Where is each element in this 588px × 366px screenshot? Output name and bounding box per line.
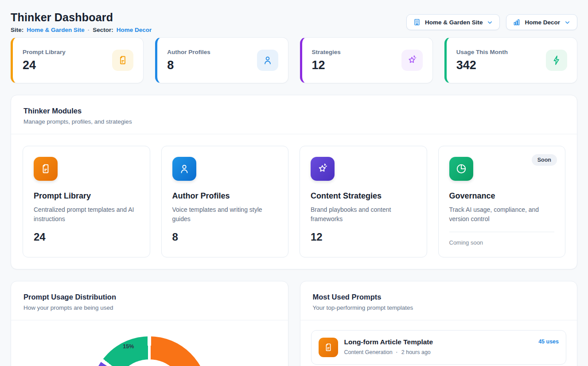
- soon-badge: Soon: [532, 154, 557, 166]
- divider: [449, 232, 555, 232]
- modules-grid: Prompt Library Centralized prompt templa…: [11, 134, 577, 269]
- stat-card-strategies[interactable]: Strategies 12: [300, 37, 433, 83]
- module-count: 24: [34, 231, 139, 243]
- stat-label: Prompt Library: [23, 49, 66, 55]
- bar-chart-icon: [513, 18, 521, 26]
- dot-separator: ·: [396, 349, 398, 355]
- prompts-panel-title: Most Used Prompts: [313, 293, 565, 301]
- prompt-list: Long-form Article Template Content Gener…: [300, 320, 577, 366]
- chevron-down-icon: [487, 19, 493, 26]
- module-description: Track AI usage, compliance, and version …: [449, 205, 555, 224]
- site-selector-label: Home & Garden Site: [425, 19, 483, 26]
- prompt-category: Content Generation: [344, 349, 393, 355]
- page-title: Thinker Dashboard: [11, 11, 152, 24]
- document-icon: [319, 338, 338, 357]
- usage-panel-subtitle: How your prompts are being used: [23, 304, 276, 311]
- donut-slice-label: 15%: [123, 343, 134, 350]
- stat-card-usage[interactable]: Usage This Month 342: [444, 37, 577, 83]
- prompt-title: Long-form Article Template: [344, 338, 533, 346]
- stats-row: Prompt Library 24 Author Profiles 8: [11, 37, 577, 83]
- usage-donut[interactable]: 15%: [91, 336, 208, 366]
- bottom-section: Prompt Usage Distribution How your promp…: [11, 269, 577, 366]
- divider: [11, 320, 288, 320]
- sector-link[interactable]: Home Decor: [117, 27, 152, 33]
- module-description: Centralized prompt templates and AI inst…: [34, 205, 139, 224]
- stat-label: Strategies: [312, 49, 341, 55]
- pie-chart-icon: [449, 157, 473, 181]
- module-card-author-profiles[interactable]: Author Profiles Voice templates and writ…: [161, 146, 289, 257]
- prompts-panel-header: Most Used Prompts Your top-performing pr…: [300, 281, 577, 320]
- usage-distribution-panel: Prompt Usage Distribution How your promp…: [11, 281, 288, 366]
- coming-soon-text: Coming soon: [449, 239, 555, 246]
- document-icon: [112, 50, 133, 71]
- usage-panel-header: Prompt Usage Distribution How your promp…: [11, 281, 288, 320]
- page-header: Thinker Dashboard Site: Home & Garden Si…: [11, 11, 577, 33]
- donut-chart-area: 15%: [11, 336, 288, 366]
- user-icon: [172, 157, 196, 181]
- modules-panel-header: Thinker Modules Manage prompts, profiles…: [11, 95, 577, 134]
- site-label: Site:: [11, 27, 23, 33]
- thinker-modules-panel: Thinker Modules Manage prompts, profiles…: [11, 95, 577, 269]
- module-description: Voice templates and writing style guides: [172, 205, 278, 224]
- site-selector-dropdown[interactable]: Home & Garden Site: [406, 14, 500, 30]
- usage-panel-title: Prompt Usage Distribution: [23, 293, 276, 301]
- module-count: 12: [311, 231, 416, 243]
- module-title: Author Profiles: [172, 191, 278, 201]
- site-link[interactable]: Home & Garden Site: [27, 27, 85, 33]
- prompt-time: 2 hours ago: [401, 349, 431, 355]
- bolt-icon: [546, 50, 567, 71]
- module-card-prompt-library[interactable]: Prompt Library Centralized prompt templa…: [23, 146, 150, 257]
- chevron-down-icon: [564, 19, 571, 26]
- sector-selector-label: Home Decor: [525, 19, 560, 26]
- list-item-prompt[interactable]: Long-form Article Template Content Gener…: [311, 330, 567, 365]
- stat-value: 24: [23, 58, 66, 72]
- stat-card-author-profiles[interactable]: Author Profiles 8: [155, 37, 288, 83]
- module-title: Prompt Library: [34, 191, 139, 201]
- document-icon: [34, 157, 58, 181]
- donut-hole: [114, 359, 185, 366]
- building-icon: [413, 18, 421, 26]
- prompts-panel-subtitle: Your top-performing prompt templates: [313, 304, 565, 311]
- module-count: 8: [172, 231, 278, 243]
- sector-label: Sector:: [93, 27, 113, 33]
- stat-value: 8: [167, 58, 210, 72]
- module-title: Content Strategies: [311, 191, 416, 201]
- stat-card-prompt-library[interactable]: Prompt Library 24: [11, 37, 144, 83]
- star-icon: [401, 50, 423, 71]
- prompt-uses-badge: 45 uses: [538, 339, 559, 345]
- prompt-meta: Content Generation · 2 hours ago: [344, 349, 533, 355]
- most-used-prompts-panel: Most Used Prompts Your top-performing pr…: [300, 281, 578, 366]
- stat-value: 12: [312, 58, 341, 72]
- breadcrumb: Site: Home & Garden Site · Sector: Home …: [11, 27, 152, 33]
- stat-value: 342: [456, 58, 508, 72]
- header-left: Thinker Dashboard Site: Home & Garden Si…: [11, 11, 152, 33]
- modules-subtitle: Manage prompts, profiles, and strategies: [23, 118, 565, 125]
- module-card-content-strategies[interactable]: Content Strategies Brand playbooks and c…: [300, 146, 427, 257]
- stat-label: Usage This Month: [456, 49, 508, 55]
- dot-separator: ·: [88, 27, 90, 33]
- module-description: Brand playbooks and content frameworks: [311, 205, 416, 224]
- header-actions: Home & Garden Site Home Decor: [406, 14, 577, 30]
- stat-label: Author Profiles: [167, 49, 210, 55]
- modules-title: Thinker Modules: [23, 107, 565, 115]
- module-title: Governance: [449, 191, 555, 201]
- sector-selector-dropdown[interactable]: Home Decor: [506, 14, 577, 30]
- module-card-governance[interactable]: Soon Governance Track AI usage, complian…: [438, 146, 566, 257]
- star-icon: [311, 157, 335, 181]
- dashboard-page: Thinker Dashboard Site: Home & Garden Si…: [0, 0, 588, 366]
- user-icon: [257, 50, 278, 71]
